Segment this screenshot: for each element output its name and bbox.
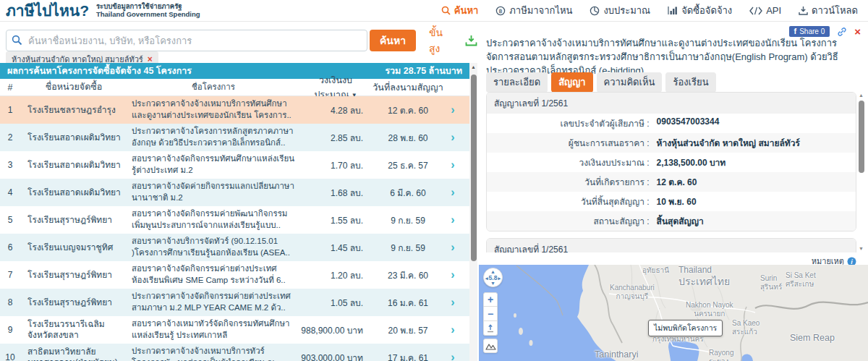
row-project: สอบราคาจ้างจัดกิจกรรมค่ายพัฒนากิจกรรมเพิ… — [127, 208, 299, 231]
advanced-search-link[interactable]: ขั้นสูง — [429, 25, 454, 56]
detail-actions: f Share 0 × — [789, 26, 861, 37]
tab-details[interactable]: รายละเอียด — [486, 72, 548, 93]
pie-chart-icon — [590, 6, 600, 16]
row-agency: โรงเรียนสุราษฎร์พิทยา — [20, 297, 127, 308]
table-row[interactable]: 2 โรงเรียนสอาดเผดิมวิทยา ประกวดราคาจ้างโ… — [0, 124, 469, 151]
row-date: 16 ม.ค. 61 — [372, 296, 444, 310]
row-chevron-icon: › — [444, 213, 461, 226]
row-amount: 1.70 ลบ. — [299, 158, 372, 172]
detail-scrollbar-thumb[interactable] — [859, 101, 864, 173]
table-row[interactable]: 3 โรงเรียนสอาดเผดิมวิทยา สอบราคาจ้างจัดก… — [0, 151, 469, 179]
contract-cards: สัญญาเลขที่ 1/2561 เลขประจำตัวผู้เสียภาษ… — [486, 92, 856, 252]
row-chevron-icon: › — [444, 103, 461, 116]
zoom-in-button[interactable]: + — [483, 292, 498, 307]
row-chevron-icon: › — [444, 131, 461, 144]
nav-item-download[interactable]: ดาวน์โหลด — [799, 3, 858, 18]
contract-card: สัญญาเลขที่ 1/2561 เลขประจำตัวผู้เสียภาษ… — [486, 92, 856, 232]
row-project: สอบราคาจ้างจัดค่ายกิจกรรมแลกเปลี่ยนภาษาน… — [127, 181, 299, 203]
nav-item-search[interactable]: ค้นหา — [441, 3, 478, 18]
table-row[interactable]: 1 โรงเรียนชลราษฎรอำรุง ประกวดราคาจ้างจ้า… — [0, 96, 469, 124]
nav-item-budget[interactable]: งบประมาณ — [590, 3, 650, 18]
tab-contract[interactable]: สัญญา — [551, 72, 592, 93]
top-bar: ภาษีไปไหน? ระบบข้อมูลการใช้จ่ายภาครัฐ Th… — [0, 0, 868, 22]
table-scrollbar: ▲ — [469, 63, 477, 361]
row-agency: โรงเรียนชลราษฎรอำรุง — [20, 105, 127, 116]
contract-field-row: วันที่เกิดรายการ : 12 ต.ค. 60 — [487, 172, 856, 192]
search-box — [6, 30, 367, 51]
row-project: ประกวดราคาจ้างโครงการหลักสูตรภาคภาษาอังก… — [127, 126, 299, 148]
col-project: ชื่อโครงการ — [127, 82, 299, 93]
contract-field-row: สถานะสัญญา : สิ้นสุดสัญญา — [487, 211, 856, 231]
map-canvas[interactable]: อุทัยธานี Thailand ประเทศไทย Surin สุริน… — [479, 265, 868, 361]
row-agency: โรงเรียนสุราษฎร์พิทยา — [20, 215, 127, 226]
detail-scroll-up-arrow[interactable]: ▲ — [858, 92, 864, 99]
close-detail-icon[interactable]: × — [854, 26, 861, 37]
compass-up-icon: ▲ — [490, 269, 495, 274]
zoom-out-button[interactable]: − — [483, 307, 498, 321]
svg-text:฿: ฿ — [499, 7, 503, 14]
tab-complaints[interactable]: ร้องเรียน — [665, 72, 715, 93]
table-row[interactable]: 7 โรงเรียนสุราษฎร์พิทยา สอบราคาจ้างจัดกิ… — [0, 261, 469, 289]
row-index: 7 — [0, 270, 20, 280]
contract-field-row: ผู้ชนะการเสนอราคา : ห้างหุ้นส่วนจำกัด หา… — [487, 133, 856, 153]
row-agency: โรงเรียนสอาดเผดิมวิทยา — [20, 132, 127, 143]
table-row[interactable]: 5 โรงเรียนสุราษฎร์พิทยา สอบราคาจ้างจัดกิ… — [0, 206, 469, 234]
row-amount: 988,900.00 บาท — [299, 323, 372, 337]
row-amount: 1.45 ลบ. — [299, 241, 372, 255]
site-logo[interactable]: ภาษีไปไหน? — [6, 0, 89, 22]
main-nav: ค้นหา ฿ ภาษีมาจากไหน งบประมาณ จัดซื้อจัด… — [441, 3, 858, 18]
table-scrollbar-thumb[interactable] — [471, 75, 477, 261]
pitch-reset-button[interactable] — [483, 321, 498, 336]
row-date: 25 ธ.ค. 57 — [372, 158, 444, 172]
app-root: ภาษีไปไหน? ระบบข้อมูลการใช้จ่ายภาครัฐ Th… — [0, 0, 868, 361]
row-date: 12 ต.ค. 60 — [372, 103, 444, 117]
row-chevron-icon: › — [444, 296, 461, 309]
mountains-icon — [485, 342, 496, 350]
row-date: 9 ก.ย. 59 — [372, 213, 444, 227]
export-download-button[interactable] — [465, 35, 477, 46]
nav-item-api[interactable]: API — [749, 5, 781, 16]
results-count: ผลการค้นหาโครงการจัดซื้อจัดจ้าง 45 โครงก… — [7, 64, 192, 78]
contract-field-row: เลขประจำตัวผู้เสียภาษี : 0903547003344 — [487, 114, 856, 133]
row-index: 3 — [0, 160, 20, 170]
row-chevron-icon: › — [444, 241, 461, 254]
field-value: 2,138,500.00 บาท — [657, 156, 726, 169]
row-amount: 903,000.00 บาท — [299, 351, 372, 361]
col-agency: ชื่อหน่วยจัดซื้อ — [20, 82, 127, 93]
row-chevron-icon: › — [444, 186, 461, 199]
row-project: สอบราคาจ้างจัดกิจกรรมค่ายต่างประเทศห้องเ… — [127, 263, 299, 286]
row-date: 17 ม.ค. 61 — [372, 351, 444, 361]
search-input[interactable] — [6, 30, 367, 51]
map-base-layer — [479, 265, 868, 361]
tab-comments[interactable]: ความคิดเห็น — [597, 72, 663, 93]
row-date: 9 ก.ย. 59 — [372, 241, 444, 255]
detail-scroll-down-arrow[interactable]: ▼ — [858, 245, 864, 252]
table-row[interactable]: 4 โรงเรียนสอาดเผดิมวิทยา สอบราคาจ้างจัดค… — [0, 179, 469, 206]
row-date: 23 มี.ค. 60 — [372, 268, 444, 282]
row-chevron-icon: › — [444, 351, 461, 361]
compass-left-icon: ◂ — [485, 275, 488, 280]
permalink-icon[interactable] — [837, 27, 847, 37]
terrain-toggle-button[interactable] — [483, 339, 498, 353]
field-value: 10 พ.ย. 60 — [657, 195, 697, 208]
pitch-icon — [486, 324, 495, 333]
field-label: วันที่สิ้นสุดสัญญา : — [487, 195, 657, 208]
nav-item-procurement[interactable]: จัดซื้อจัดจ้าง — [668, 3, 732, 18]
map-compass-control[interactable]: 5.8 ▲ ▼ ◂ ▸ — [483, 268, 503, 287]
search-input-icon — [12, 35, 22, 46]
row-date: 20 พ.ย. 57 — [372, 323, 444, 337]
field-value: สิ้นสุดสัญญา — [657, 214, 704, 228]
table-row[interactable]: 9 โรงเรียนวรนารีเฉลิม จังหวัดสงขลา สอบรา… — [0, 316, 469, 344]
table-row[interactable]: 6 โรงเรียนเบญจมราชูทิศ สอบราคาจ้างบริการ… — [0, 234, 469, 261]
compass-down-icon: ▼ — [490, 281, 495, 286]
facebook-share-button[interactable]: f Share 0 — [789, 26, 830, 37]
search-button[interactable]: ค้นหา — [370, 30, 416, 51]
no-coordinates-tooltip: ไม่พบพิกัดโครงการ — [648, 320, 723, 336]
table-row[interactable]: 8 โรงเรียนสุราษฎร์พิทยา ประกวดราคาจ้างจั… — [0, 289, 469, 316]
table-row[interactable]: 10 สาธิตมหาวิทยาลัยมหาสารคาม(ฝ่ายมัธยม) … — [0, 344, 469, 361]
row-project: ประกวดราคาจ้างจัดกิจกรรมค่ายต่างประเทศสา… — [127, 291, 299, 313]
nav-item-tax-source[interactable]: ฿ ภาษีมาจากไหน — [495, 3, 572, 18]
detail-tabs: รายละเอียด สัญญา ความคิดเห็น ร้องเรียน — [486, 72, 716, 93]
scroll-up-arrow[interactable]: ▲ — [469, 63, 477, 72]
contract-number: สัญญาเลขที่ 1/2561 — [487, 93, 856, 114]
